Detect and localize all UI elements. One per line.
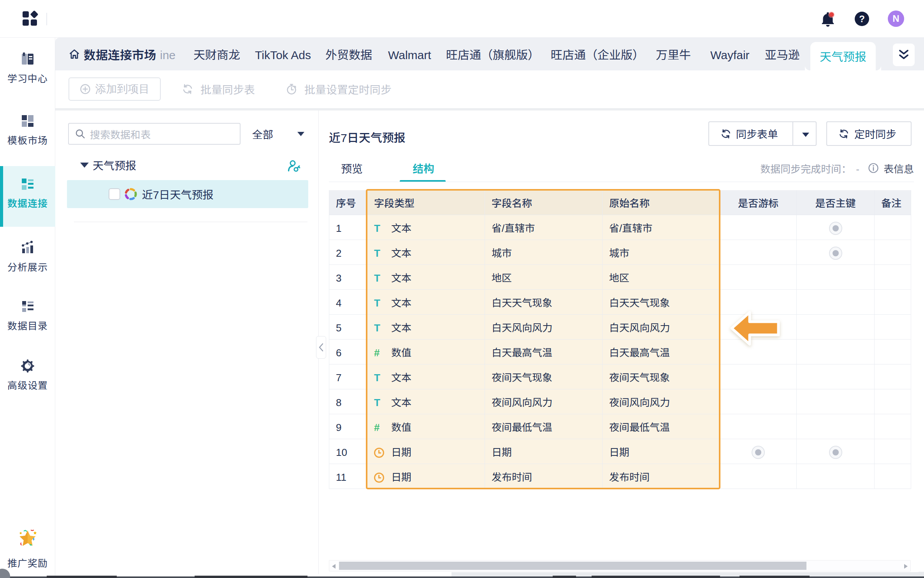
tree-expand-caret-icon[interactable] xyxy=(80,163,89,168)
user-key-icon[interactable] xyxy=(287,159,300,173)
tab-source-4[interactable]: 旺店通（旗舰版） xyxy=(446,38,539,70)
sidebar-item-data-catalog[interactable]: 数据目录 xyxy=(0,289,55,349)
scope-select[interactable]: 全部 xyxy=(247,123,309,145)
primary-key-radio-selected[interactable] xyxy=(829,446,842,459)
schema-row[interactable]: 3 T文本 地区 地区 xyxy=(329,264,911,289)
schema-row[interactable]: 2 T文本 城市 城市 xyxy=(329,240,911,264)
tab-source-6[interactable]: 万里牛 xyxy=(656,38,691,70)
sidebar-item-advanced-settings[interactable]: 高级设置 xyxy=(0,348,55,409)
caret-down-icon[interactable] xyxy=(802,133,809,137)
table-checkbox[interactable] xyxy=(109,188,120,200)
col-header-field-name[interactable]: 字段名称 xyxy=(485,190,603,215)
batch-sync-label: 批量同步表 xyxy=(200,81,255,97)
primary-key-radio-selected[interactable] xyxy=(829,247,842,260)
tab-source-7[interactable]: Wayfair xyxy=(710,38,750,70)
cell-field-name: 夜间最低气温 xyxy=(485,414,603,439)
horizontal-scrollbar[interactable] xyxy=(329,560,911,571)
field-type-icon: # xyxy=(374,347,391,359)
schema-row[interactable]: 11 日期 发布时间 发布时间 xyxy=(329,464,911,489)
search-input[interactable]: 搜索数据和表 xyxy=(68,123,241,145)
sync-form-split-button[interactable]: 同步表单 xyxy=(708,121,817,146)
schema-row[interactable]: 8 T文本 夜间风向风力 夜间风向风力 xyxy=(329,389,911,414)
scroll-right-arrow-icon[interactable] xyxy=(904,564,908,569)
sidebar-item-data-connection[interactable]: 数据连接 xyxy=(0,166,55,227)
cell-note xyxy=(875,314,911,339)
sidebar-item-label: 数据目录 xyxy=(0,318,55,332)
app-logo-icon[interactable] xyxy=(22,10,39,28)
collapse-panel-handle[interactable] xyxy=(316,336,326,359)
cell-note xyxy=(875,364,911,389)
tab-preview[interactable]: 预览 xyxy=(341,156,363,180)
scroll-left-arrow-icon[interactable] xyxy=(332,564,336,569)
cell-field-name: 夜间天气现象 xyxy=(485,364,603,389)
col-header-index[interactable]: 序号 xyxy=(329,190,367,215)
tab-source-1[interactable]: TikTok Ads xyxy=(255,38,311,70)
schema-row[interactable]: 6 #数值 白天最高气温 白天最高气温 xyxy=(329,339,911,364)
cell-cursor xyxy=(720,215,797,240)
collapse-tabs-button[interactable] xyxy=(893,44,915,66)
schema-row[interactable]: 10 日期 日期 日期 xyxy=(329,439,911,464)
schema-row[interactable]: 5 T文本 白天风向风力 白天风向风力 xyxy=(329,314,911,339)
tab-weather-active[interactable]: 天气预报 xyxy=(810,42,876,70)
cell-note xyxy=(875,240,911,264)
sync-meta: 数据同步完成时间： - 表信息 xyxy=(760,156,914,180)
scrollbar-thumb[interactable] xyxy=(339,562,806,570)
sidebar-item-analysis-display[interactable]: 分析展示 xyxy=(0,230,55,291)
help-icon[interactable]: ? xyxy=(855,12,869,26)
cell-primary-key xyxy=(797,314,875,339)
cell-field-type: T文本 xyxy=(367,289,485,314)
tab-source-8[interactable]: 亚马逊 xyxy=(765,38,800,70)
schema-table: 序号 字段类型 字段名称 原始名称 是否游标 是否主键 备注 1 T文本 省/直… xyxy=(329,190,911,489)
sidebar-item-template-market[interactable]: 模板市场 xyxy=(0,103,55,164)
tab-source-5[interactable]: 旺店通（企业版） xyxy=(551,38,644,70)
col-header-note[interactable]: 备注 xyxy=(875,190,911,215)
cell-cursor xyxy=(720,364,797,389)
field-type-icon xyxy=(374,473,391,483)
tab-structure-active[interactable]: 结构 xyxy=(413,156,434,180)
schema-row[interactable]: 9 #数值 夜间最低气温 夜间最低气温 xyxy=(329,414,911,439)
cell-primary-key xyxy=(797,364,875,389)
tab-source-2[interactable]: 外贸数据 xyxy=(325,38,372,70)
col-header-original-name[interactable]: 原始名称 xyxy=(603,190,720,215)
notifications-bell-icon[interactable] xyxy=(820,11,836,27)
sidebar-item-promo-rewards[interactable]: 推广奖励 xyxy=(0,524,55,570)
tab-source-3[interactable]: Walmart xyxy=(388,38,431,70)
table-info-link[interactable]: 表信息 xyxy=(884,161,914,175)
col-header-cursor[interactable]: 是否游标 xyxy=(720,190,797,215)
cell-primary-key xyxy=(797,339,875,364)
tab-source-0[interactable]: 天财商龙 xyxy=(193,38,240,70)
tree-group-row[interactable]: 天气预报 xyxy=(55,156,318,173)
col-header-field-type[interactable]: 字段类型 xyxy=(367,190,485,215)
cell-index: 7 xyxy=(329,364,367,389)
tab-overflow-fragment[interactable]: ine xyxy=(160,38,176,70)
cell-field-type: T文本 xyxy=(367,364,485,389)
section-gap xyxy=(55,108,924,110)
field-type-icon: T xyxy=(374,272,391,284)
cursor-radio-selected[interactable] xyxy=(752,446,765,459)
cell-field-type: #数值 xyxy=(367,414,485,439)
sidebar-item-learning-center[interactable]: 学习中心 xyxy=(0,41,55,102)
batch-schedule-sync-button[interactable]: 批量设置定时同步 xyxy=(286,77,392,101)
cell-field-type: T文本 xyxy=(367,240,485,264)
schedule-sync-button[interactable]: 定时同步 xyxy=(826,121,912,146)
schema-row[interactable]: 4 T文本 白天天气现象 白天天气现象 xyxy=(329,289,911,314)
col-header-primary-key[interactable]: 是否主键 xyxy=(797,190,875,215)
edge-fragment xyxy=(553,576,576,578)
schema-row[interactable]: 1 T文本 省/直辖市 省/直辖市 xyxy=(329,215,911,240)
breadcrumb[interactable]: 数据连接市场 xyxy=(69,38,156,70)
user-avatar[interactable]: N xyxy=(888,11,904,27)
cell-note xyxy=(875,389,911,414)
table-tree-item-selected[interactable]: 近7日天气预报 xyxy=(67,180,308,208)
cell-original-name: 城市 xyxy=(603,240,720,264)
tabs-bottom-border xyxy=(329,182,914,182)
add-to-project-button[interactable]: 添加到项目 xyxy=(69,77,161,101)
cell-index: 5 xyxy=(329,314,367,339)
schema-row[interactable]: 7 T文本 夜间天气现象 夜间天气现象 xyxy=(329,364,911,389)
primary-key-radio-selected[interactable] xyxy=(829,222,842,235)
batch-sync-button[interactable]: 批量同步表 xyxy=(182,77,255,101)
cell-cursor xyxy=(720,314,797,339)
confetti-star-icon xyxy=(16,527,39,550)
cell-cursor xyxy=(720,389,797,414)
info-circle-icon[interactable] xyxy=(868,163,879,173)
explorer-divider xyxy=(74,222,307,222)
